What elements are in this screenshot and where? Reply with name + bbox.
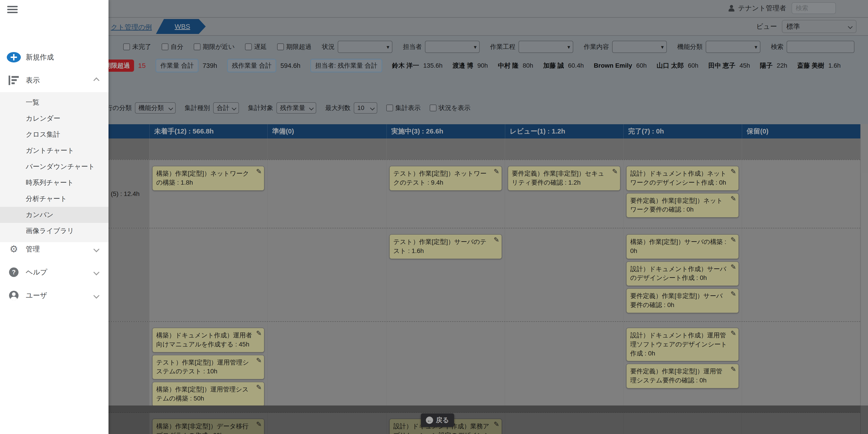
sidebar-item-分析チャート[interactable]: 分析チャート bbox=[0, 191, 108, 207]
sidebar-drawer: 新規作成 表示 一覧カレンダークロス集計ガントチャートバーンダウンチャート時系列… bbox=[0, 0, 108, 434]
chevron-down-icon bbox=[93, 246, 99, 252]
app-root: テナント管理者 クト管理の例 WBS ビュー 標準 未完了自分期限が近い遅延期限… bbox=[0, 0, 868, 434]
display-submenu: 一覧カレンダークロス集計ガントチャートバーンダウンチャート時系列チャート分析チャ… bbox=[0, 92, 108, 242]
plus-icon bbox=[7, 52, 21, 62]
gear-icon: ⚙ bbox=[9, 244, 18, 254]
sidebar-item-時系列チャート[interactable]: 時系列チャート bbox=[0, 175, 108, 191]
sidebar-section-display[interactable]: 表示 bbox=[0, 70, 108, 90]
drawer-backdrop-overlay[interactable] bbox=[0, 0, 868, 434]
help-section-label: ヘルプ bbox=[26, 267, 47, 277]
sidebar-item-カレンダー[interactable]: カレンダー bbox=[0, 110, 108, 126]
chevron-down-icon bbox=[93, 269, 99, 276]
user-section-label: ユーザ bbox=[26, 291, 47, 300]
sidebar-item-ガントチャート[interactable]: ガントチャート bbox=[0, 143, 108, 158]
sidebar-section-admin[interactable]: ⚙ 管理 bbox=[0, 239, 108, 259]
chevron-up-icon bbox=[93, 77, 99, 84]
sidebar-item-クロス集計[interactable]: クロス集計 bbox=[0, 126, 108, 143]
sidebar-item-画像ライブラリ[interactable]: 画像ライブラリ bbox=[0, 223, 108, 239]
user-icon bbox=[9, 291, 19, 300]
menu-hamburger-icon[interactable] bbox=[7, 6, 18, 13]
sidebar-section-help[interactable]: ? ヘルプ bbox=[0, 262, 108, 282]
sidebar-item-バーンダウンチャート[interactable]: バーンダウンチャート bbox=[0, 158, 108, 175]
sidebar-section-user[interactable]: ユーザ bbox=[0, 286, 108, 305]
sidebar-item-一覧[interactable]: 一覧 bbox=[0, 94, 108, 110]
display-section-label: 表示 bbox=[26, 76, 40, 85]
sidebar-item-カンバン[interactable]: カンバン bbox=[0, 207, 108, 223]
sidebar-item-new[interactable]: 新規作成 bbox=[0, 48, 108, 67]
admin-section-label: 管理 bbox=[26, 244, 40, 254]
help-icon: ? bbox=[9, 267, 19, 277]
chevron-down-icon bbox=[93, 293, 99, 299]
display-list-icon bbox=[8, 75, 19, 86]
new-label: 新規作成 bbox=[26, 53, 54, 62]
